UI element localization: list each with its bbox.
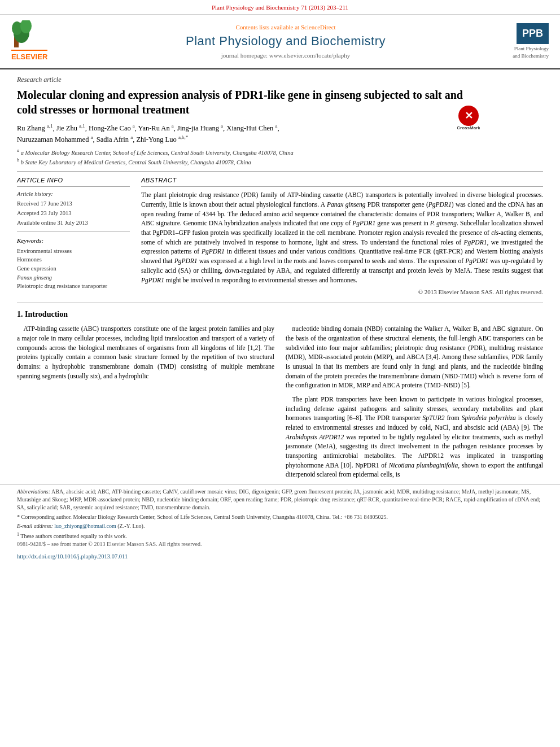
affil-a: a Molecular Biology Research Center, Sch… xyxy=(21,149,294,155)
received-date: Received 17 June 2013 xyxy=(17,200,130,208)
intro-left-col: ATP-binding cassette (ABC) transporters … xyxy=(17,324,274,484)
divider-1 xyxy=(17,171,543,172)
elsevier-logo: ELSEVIER xyxy=(11,20,62,62)
keyword-4: Panax ginseng xyxy=(17,274,130,282)
issn-line: 0981-9428/$ – see front matter © 2013 El… xyxy=(0,540,560,551)
history-label: Article history: xyxy=(17,190,130,199)
journal-citation: Plant Physiology and Biochemistry 71 (20… xyxy=(0,0,560,15)
ppb-label: PPB xyxy=(517,23,549,44)
copyright-line: © 2013 Elsevier Masson SAS. All rights r… xyxy=(141,288,543,296)
info-abstract-section: ARTICLE INFO Article history: Received 1… xyxy=(17,176,543,297)
journal-title: Plant Physiology and Biochemistry xyxy=(62,33,509,50)
svg-text:CrossMark: CrossMark xyxy=(457,125,480,130)
corresponding-footnote: * Corresponding author. Molecular Biolog… xyxy=(17,513,543,521)
article-meta-section: Research article Molecular cloning and e… xyxy=(0,69,560,297)
crossmark-badge: ✕ CrossMark xyxy=(457,104,480,135)
email-link[interactable]: luo_zhiyong@hotmail.com xyxy=(54,523,116,529)
ppb-subtitle: Plant Physiologyand Biochemistry xyxy=(509,45,549,59)
section-header-intro: 1. Introduction xyxy=(17,309,543,320)
svg-text:✕: ✕ xyxy=(465,110,473,121)
footnote-area: Abbreviations: ABA, abscisic acid; ABC, … xyxy=(0,484,560,540)
keyword-1: Environmental stresses xyxy=(17,247,130,256)
abstract-col: ABSTRACT The plant pleiotropic drug resi… xyxy=(141,176,543,297)
abbreviations-footnote: Abbreviations: ABA, abscisic acid; ABC, … xyxy=(17,488,543,512)
divider-main xyxy=(17,303,543,303)
article-title: Molecular cloning and expression analysi… xyxy=(17,88,480,117)
abstract-text: The plant pleiotropic drug resistance (P… xyxy=(141,190,543,285)
keyword-5: Pleiotropic drug resistance transporter xyxy=(17,282,130,291)
sciencedirect-text: ScienceDirect xyxy=(301,24,336,30)
svg-point-2 xyxy=(12,21,22,35)
journal-header: ELSEVIER Contents lists available at Sci… xyxy=(0,15,560,69)
equal-contrib-footnote: 1 These authors contributed equally to t… xyxy=(17,531,543,540)
intro-para-3: The plant PDR transporters have been kno… xyxy=(286,395,543,479)
elsevier-label: ELSEVIER xyxy=(11,50,47,62)
ppb-logo: PPB Plant Physiologyand Biochemistry xyxy=(509,23,549,59)
and-word: and xyxy=(294,267,304,274)
doi-line: http://dx.doi.org/10.1016/j.plaphy.2013.… xyxy=(0,551,560,565)
abstract-header: ABSTRACT xyxy=(141,176,543,187)
divider-keywords xyxy=(17,231,130,232)
sciencedirect-link: Contents lists available at ScienceDirec… xyxy=(62,23,509,32)
citation-text: Plant Physiology and Biochemistry 71 (20… xyxy=(212,4,348,11)
keywords-label: Keywords: xyxy=(17,237,130,245)
article-type-label: Research article xyxy=(17,75,543,85)
intro-body: ATP-binding cassette (ABC) transporters … xyxy=(17,324,543,484)
affiliations: a a Molecular Biology Research Center, S… xyxy=(17,147,543,167)
email-footnote: E-mail address: luo_zhiyong@hotmail.com … xyxy=(17,522,543,530)
affil-b: b State Key Laboratory of Medical Geneti… xyxy=(21,159,251,165)
crossmark-icon: ✕ CrossMark xyxy=(457,104,480,132)
keyword-3: Gene expression xyxy=(17,265,130,273)
journal-header-center: Contents lists available at ScienceDirec… xyxy=(62,23,509,60)
article-info-col: ARTICLE INFO Article history: Received 1… xyxy=(17,176,130,297)
accepted-date: Accepted 23 July 2013 xyxy=(17,209,130,218)
article-history: Article history: Received 17 June 2013 A… xyxy=(17,190,130,227)
keywords-list: Environmental stresses Hormones Gene exp… xyxy=(17,247,130,291)
introduction-section: 1. Introduction ATP-binding cassette (AB… xyxy=(0,309,560,484)
intro-para-1: ATP-binding cassette (ABC) transporters … xyxy=(17,324,274,381)
intro-right-col: nucleotide binding domain (NBD) containi… xyxy=(286,324,543,484)
intro-para-2: nucleotide binding domain (NBD) containi… xyxy=(286,324,543,390)
available-date: Available online 31 July 2013 xyxy=(17,219,130,228)
keyword-2: Hormones xyxy=(17,256,130,264)
doi-link[interactable]: http://dx.doi.org/10.1016/j.plaphy.2013.… xyxy=(17,553,128,560)
article-info-header: ARTICLE INFO xyxy=(17,176,130,187)
elsevier-tree-icon xyxy=(11,20,45,50)
journal-homepage: journal homepage: www.elsevier.com/locat… xyxy=(62,51,509,60)
